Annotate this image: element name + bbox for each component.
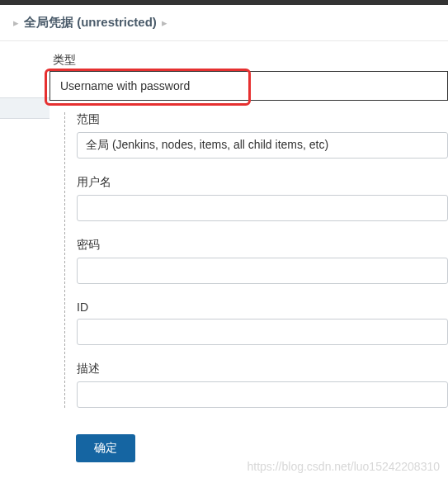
chevron-right-icon: ▸ bbox=[162, 17, 167, 29]
description-label: 描述 bbox=[77, 362, 448, 376]
scope-label: 范围 bbox=[77, 112, 448, 127]
password-field: 密码 bbox=[77, 238, 448, 284]
username-label: 用户名 bbox=[77, 175, 448, 190]
submit-button[interactable]: 确定 bbox=[76, 434, 135, 462]
watermark-text: https://blog.csdn.net/luo15242208310 bbox=[247, 460, 440, 473]
type-select-value: Username with password bbox=[60, 79, 190, 92]
username-field: 用户名 bbox=[77, 175, 448, 221]
breadcrumb: ▸ 全局凭据 (unrestricted) ▸ bbox=[0, 5, 448, 41]
chevron-right-icon: ▸ bbox=[13, 17, 19, 29]
type-select[interactable]: Username with password bbox=[50, 71, 448, 101]
description-field: 描述 bbox=[77, 362, 448, 408]
description-input[interactable] bbox=[77, 381, 448, 408]
type-label: 类型 bbox=[50, 53, 448, 68]
username-input[interactable] bbox=[77, 195, 448, 221]
scope-select[interactable]: 全局 (Jenkins, nodes, items, all child ite… bbox=[77, 132, 448, 159]
nested-fields: 范围 全局 (Jenkins, nodes, items, all child … bbox=[64, 112, 448, 408]
password-input[interactable] bbox=[77, 258, 448, 284]
id-input[interactable] bbox=[77, 319, 448, 345]
left-sidebar bbox=[0, 41, 50, 462]
content-area: 类型 Username with password 范围 全局 (Jenkins… bbox=[0, 41, 448, 462]
form-area: 类型 Username with password 范围 全局 (Jenkins… bbox=[50, 41, 448, 462]
id-field: ID bbox=[77, 301, 448, 345]
scope-field: 范围 全局 (Jenkins, nodes, items, all child … bbox=[77, 112, 448, 159]
breadcrumb-label[interactable]: 全局凭据 (unrestricted) bbox=[24, 15, 157, 31]
scope-select-value: 全局 (Jenkins, nodes, items, all child ite… bbox=[86, 138, 328, 153]
password-label: 密码 bbox=[77, 238, 448, 253]
sidebar-active-marker bbox=[0, 97, 50, 119]
id-label: ID bbox=[77, 301, 448, 314]
